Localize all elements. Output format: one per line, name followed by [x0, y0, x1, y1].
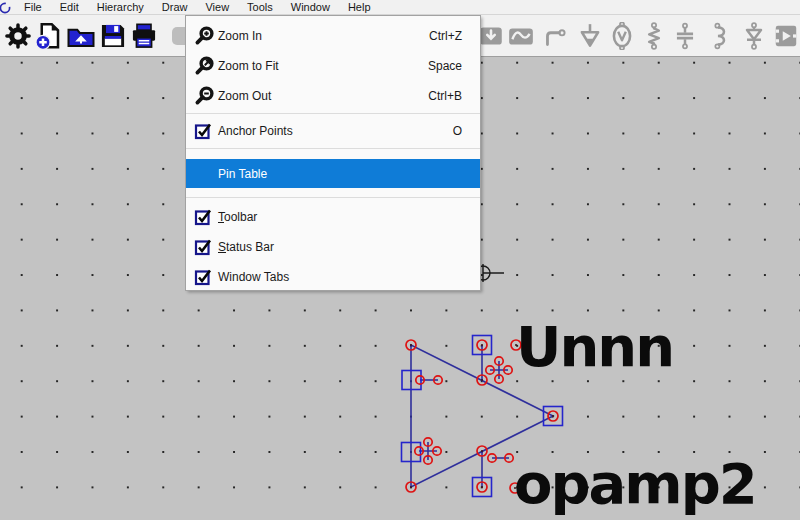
menu-item-shortcut: Ctrl+Z	[429, 29, 480, 43]
menu-item-label: Toolbar	[218, 210, 257, 224]
app-logo-icon	[0, 1, 15, 14]
voltage-source-icon[interactable]	[607, 20, 637, 52]
settings-gear-icon[interactable]	[3, 20, 33, 52]
zoom-out-icon	[193, 85, 215, 107]
symbol-name-label[interactable]: opamp2	[514, 456, 756, 512]
save-icon[interactable]	[98, 20, 128, 52]
menu-hierarchy[interactable]: Hierarchy	[88, 0, 153, 14]
menu-item-zoom-in[interactable]: Zoom In Ctrl+Z	[186, 21, 480, 51]
menu-item-shortcut: O	[453, 124, 480, 138]
inductor-icon[interactable]	[704, 20, 734, 52]
menu-help[interactable]: Help	[339, 0, 380, 14]
menu-item-label: Pin Table	[218, 167, 267, 181]
menu-draw[interactable]: Draw	[153, 0, 197, 14]
menu-item-window-tabs[interactable]: Window Tabs	[186, 262, 480, 292]
menu-tools[interactable]: Tools	[238, 0, 282, 14]
menu-edit[interactable]: Edit	[51, 0, 88, 14]
menu-item-zoom-out[interactable]: Zoom Out Ctrl+B	[186, 81, 480, 111]
menu-item-toolbar[interactable]: Toolbar	[186, 202, 480, 232]
open-file-icon[interactable]	[66, 20, 96, 52]
menu-item-label: Anchor Points	[218, 124, 293, 138]
menu-item-zoom-to-fit[interactable]: Zoom to Fit Space	[186, 51, 480, 81]
plus-marker-top	[490, 361, 508, 379]
menu-item-status-bar[interactable]: Status Bar	[186, 232, 480, 262]
menu-separator	[186, 197, 480, 198]
menu-window[interactable]: Window	[282, 0, 339, 14]
print-icon[interactable]	[129, 20, 159, 52]
menu-item-anchor-points[interactable]: Anchor Points O	[186, 116, 480, 146]
menu-item-label: Zoom In	[218, 29, 262, 43]
capacitor-icon[interactable]	[670, 20, 700, 52]
refdes-label[interactable]: Unnn	[516, 319, 673, 375]
block-icon[interactable]	[771, 20, 800, 52]
checkbox-checked-icon	[193, 206, 215, 228]
checkbox-checked-icon	[193, 236, 215, 258]
menu-item-label: Window Tabs	[218, 270, 289, 284]
menu-item-shortcut: Ctrl+B	[428, 89, 480, 103]
checkbox-checked-icon	[193, 266, 215, 288]
zoom-fit-icon	[193, 55, 215, 77]
menu-item-label: Status Bar	[218, 240, 274, 254]
menu-item-label: Zoom Out	[218, 89, 271, 103]
menu-item-label: Zoom to Fit	[218, 59, 279, 73]
wire-icon[interactable]	[540, 20, 570, 52]
new-file-icon[interactable]	[33, 20, 63, 52]
ground-icon[interactable]	[575, 20, 605, 52]
menu-file[interactable]: File	[15, 0, 51, 14]
zoom-in-icon	[193, 25, 215, 47]
waveform-icon[interactable]	[506, 20, 536, 52]
checkbox-checked-icon	[193, 120, 215, 142]
menu-item-pin-table[interactable]: Pin Table	[186, 159, 480, 188]
diode-icon[interactable]	[739, 20, 769, 52]
view-menu-dropdown: Zoom In Ctrl+Z Zoom to Fit Space Zoom Ou…	[185, 15, 481, 291]
plus-marker-input	[419, 442, 437, 460]
menu-separator	[186, 113, 480, 114]
menu-item-shortcut: Space	[428, 59, 480, 73]
menu-separator	[186, 148, 480, 149]
menu-view[interactable]: View	[196, 0, 238, 14]
menu-bar: File Edit Hierarchy Draw View Tools Wind…	[0, 0, 800, 15]
resistor-icon[interactable]	[639, 20, 669, 52]
